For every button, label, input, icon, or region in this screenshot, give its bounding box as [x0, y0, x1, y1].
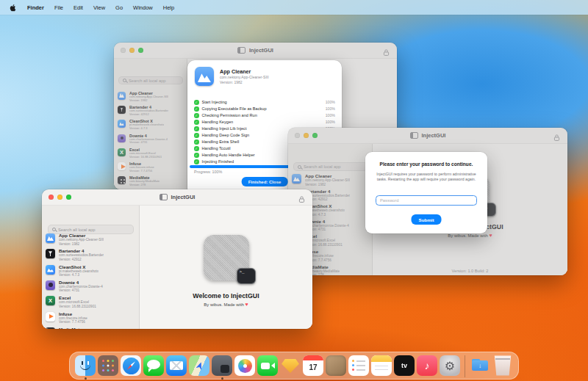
finder-icon[interactable] — [75, 355, 96, 376]
photos-icon[interactable] — [234, 355, 255, 376]
downloads-folder-icon[interactable] — [470, 355, 490, 376]
infuse-icon — [46, 312, 55, 322]
app-version: Version: 16.88.23110901 — [59, 305, 96, 309]
sidebar-app-item[interactable]: App Cleaner com.nektony.App-Cleaner-SIII… — [46, 233, 136, 246]
app-cleaner-icon — [195, 67, 214, 86]
sidebar-app-item[interactable]: Infuse com.firecore.infuse Version: 7.7.… — [46, 311, 136, 324]
menu-item[interactable]: Window — [133, 4, 153, 11]
app-name: Downie 4 — [59, 280, 103, 285]
lock-icon[interactable] — [298, 193, 305, 206]
sidebar-app-item[interactable]: Bartender 4 com.surteesstudios.Bartender… — [46, 248, 136, 261]
app-name: App Cleaner — [59, 233, 104, 238]
menu-item[interactable]: Finder — [27, 4, 44, 11]
injectgui-app-icon — [204, 235, 249, 280]
facetime-icon[interactable] — [257, 355, 278, 376]
messages-icon[interactable] — [143, 355, 164, 376]
zoom-button[interactable] — [66, 195, 71, 200]
step-label: Handling Keygen — [202, 120, 234, 124]
check-icon — [194, 120, 199, 125]
apple-logo-icon[interactable] — [9, 3, 17, 12]
check-icon — [194, 133, 199, 138]
menu-item[interactable]: Help — [163, 4, 174, 11]
password-input[interactable] — [376, 195, 477, 206]
dock: 17 tv — [69, 352, 519, 380]
sidebar-toggle-icon[interactable] — [159, 194, 168, 200]
front-window-titlebar: InjectGUI — [42, 189, 312, 206]
step-percent: 100% — [326, 120, 335, 124]
menu-item[interactable]: Edit — [74, 4, 83, 11]
middle-injectgui-window[interactable]: InjectGUI App Cleaner com.nektony.App-Cl… — [288, 128, 567, 275]
calendar-icon[interactable]: 17 — [303, 355, 323, 376]
check-icon — [194, 159, 199, 164]
welcome-byline: By wibus. Made with ♥ — [204, 302, 248, 307]
sketch-icon[interactable] — [280, 355, 301, 376]
step-percent: 100% — [326, 106, 335, 111]
injection-step-row: Checking Permission and Run 100% — [194, 113, 335, 118]
injection-step-row: Handling Keygen 100% — [194, 120, 335, 125]
finished-close-button[interactable]: Finished: Close — [242, 177, 288, 186]
app-sidebar: App Cleaner com.nektony.App-Cleaner-SIII… — [42, 206, 140, 329]
trash-icon[interactable] — [492, 355, 513, 376]
app-name: Infuse — [59, 311, 87, 316]
appletv-icon[interactable]: tv — [394, 355, 415, 376]
step-label: Checking Permission and Run — [202, 113, 257, 117]
sidebar-app-item[interactable]: MediaMate com.beauty.MediaMate Version: … — [46, 327, 136, 329]
window-title: InjectGUI — [171, 194, 196, 200]
step-label: Copying Executable File as Backup — [202, 106, 267, 111]
bartender-icon — [46, 249, 55, 258]
step-label: Start Injecting — [202, 100, 227, 104]
step-label: Handling Extra Shell — [202, 139, 240, 144]
launchpad-icon[interactable] — [98, 355, 118, 376]
cleanshot-icon — [46, 265, 55, 275]
mediamate-icon — [46, 327, 55, 329]
welcome-block: Welcome to InjectGUI By wibus. Made with… — [140, 235, 312, 307]
submit-button[interactable]: Submit — [412, 214, 442, 225]
desktop: Finder File Edit View Go Window Help Inj… — [0, 0, 588, 381]
password-dialog-title: Please enter your password to continue. — [370, 162, 483, 167]
step-percent: 100% — [326, 100, 335, 104]
running-indicator — [85, 377, 87, 380]
password-dialog: Please enter your password to continue. … — [365, 152, 487, 233]
sidebar-app-item[interactable]: CleanShot X pl.maketheweb.cleanshotx Ver… — [46, 264, 136, 277]
app-version: Version: 4.7.3 — [59, 273, 98, 277]
minimize-button[interactable] — [57, 195, 62, 200]
check-icon — [194, 113, 199, 118]
app-version: Version: 7.7.4756 — [59, 320, 87, 324]
injectgui-dock-icon[interactable] — [212, 355, 232, 376]
search-input[interactable] — [58, 228, 129, 232]
app-bundle-id: com.nektony.App-Cleaner-SIII — [59, 238, 104, 242]
settings-icon[interactable] — [440, 355, 460, 376]
sidebar-app-item[interactable]: Excel com.microsoft.Excel Version: 16.88… — [46, 295, 136, 308]
maps-icon[interactable] — [189, 355, 209, 376]
brown-app-icon[interactable] — [326, 355, 346, 376]
close-button[interactable] — [49, 195, 54, 200]
front-injectgui-window[interactable]: InjectGUI App Cleaner com.nektony.App-Cl… — [42, 189, 312, 329]
check-icon — [194, 126, 199, 131]
app-cleaner-icon — [46, 233, 55, 243]
dock-divider — [465, 355, 465, 377]
sheet-bundle-id: com.nektony.App-Cleaner-SIII — [220, 75, 269, 79]
mail-icon[interactable] — [166, 355, 187, 376]
running-indicator — [221, 377, 223, 380]
sidebar-app-item[interactable]: Downie 4 com.charliemonroe.Downie-4 Vers… — [46, 280, 136, 293]
menu-item[interactable]: Go — [115, 4, 123, 11]
menu-item[interactable]: View — [93, 4, 105, 11]
notes-icon[interactable] — [371, 355, 392, 376]
safari-icon[interactable] — [121, 355, 141, 376]
step-label: Injecting Finished — [202, 159, 234, 164]
menu-item[interactable]: File — [54, 4, 63, 11]
reminders-icon[interactable] — [348, 355, 369, 376]
excel-icon — [46, 296, 55, 305]
app-name: Excel — [59, 295, 96, 300]
injection-step-row: Start Injecting 100% — [194, 100, 335, 105]
app-version: Version: 4731 — [59, 289, 103, 293]
sheet-app-name: App Cleaner — [220, 68, 269, 75]
check-icon — [194, 153, 199, 158]
music-icon[interactable] — [417, 355, 437, 376]
traffic-lights — [49, 195, 71, 200]
heart-icon: ♥ — [245, 302, 248, 307]
password-dialog-body: InjectGUI requires your password to perf… — [371, 172, 481, 182]
step-label: Handling Deep Code Sign — [202, 133, 250, 137]
sheet-app-version: Version: 1982 — [220, 80, 269, 84]
check-icon — [194, 106, 199, 112]
